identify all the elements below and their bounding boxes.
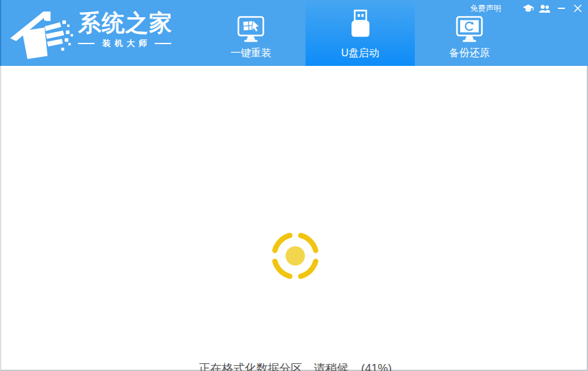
monitor-windows-icon (236, 8, 266, 43)
brand-text: 系统之家 装机大师 (78, 10, 173, 49)
loading-spinner-icon (267, 228, 323, 284)
app-window: 系统之家 装机大师 (0, 0, 588, 371)
brand-subtitle-row: 装机大师 (78, 38, 173, 49)
tab-label-usb-boot: U盘启动 (341, 47, 380, 60)
tab-usb-boot[interactable]: U盘启动 (306, 0, 415, 66)
status-text: 正在格式化数据分区，请稍候... (41%) (1, 361, 588, 371)
free-disclaimer-link[interactable]: 免费声明 (470, 3, 501, 14)
brand-subtitle: 装机大师 (102, 38, 151, 49)
users-icon[interactable] (538, 3, 551, 14)
dash-right (155, 43, 171, 44)
close-button[interactable] (571, 3, 584, 14)
tab-label-backup-restore: 备份还原 (449, 47, 490, 60)
main-content: 正在格式化数据分区，请稍候... (41%) (0, 66, 588, 371)
brand-title: 系统之家 (78, 10, 173, 36)
header: 系统之家 装机大师 (0, 0, 588, 66)
house-logo-icon (10, 3, 75, 61)
minimize-icon (558, 8, 565, 9)
tab-one-key-reinstall[interactable]: 一键重装 (196, 0, 306, 66)
brand: 系统之家 装机大师 (10, 3, 173, 61)
minimize-button[interactable] (555, 3, 568, 14)
usb-drive-icon (347, 8, 374, 43)
close-icon (574, 4, 582, 12)
topbar-controls: 免费声明 (470, 2, 584, 15)
graduation-cap-icon[interactable] (522, 3, 534, 14)
tab-label-reinstall: 一键重装 (231, 47, 272, 60)
dash-left (78, 43, 95, 44)
